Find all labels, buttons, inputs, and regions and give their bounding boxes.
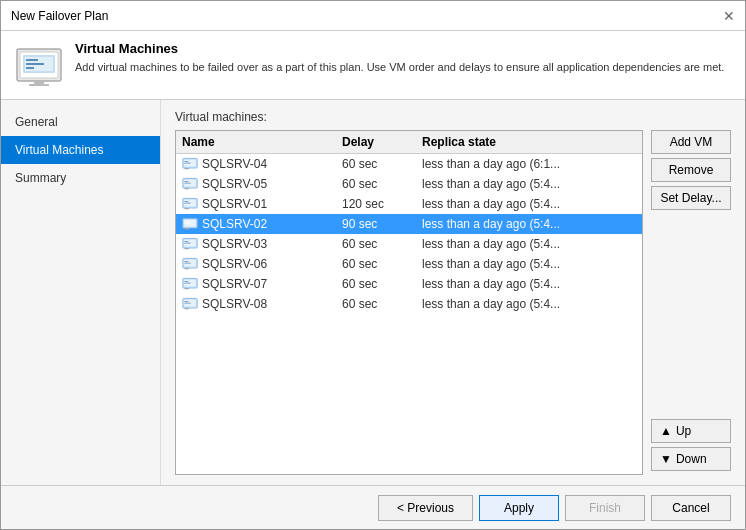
header-content: Virtual Machines Add virtual machines to…: [75, 41, 724, 75]
set-delay-button[interactable]: Set Delay...: [651, 186, 731, 210]
cell-name: SQLSRV-07: [182, 277, 342, 291]
svg-rect-5: [26, 63, 44, 65]
cell-delay: 90 sec: [342, 217, 422, 231]
cell-replica: less than a day ago (5:4...: [422, 257, 636, 271]
table-row[interactable]: SQLSRV-06 60 sec less than a day ago (5:…: [176, 254, 642, 274]
sidebar-item-summary[interactable]: Summary: [1, 164, 160, 192]
add-vm-button[interactable]: Add VM: [651, 130, 731, 154]
cell-delay: 60 sec: [342, 257, 422, 271]
svg-rect-17: [184, 181, 188, 182]
table-row[interactable]: SQLSRV-02 90 sec less than a day ago (5:…: [176, 214, 642, 234]
cell-delay: 120 sec: [342, 197, 422, 211]
vm-container: Name Delay Replica state SQLSRV-04 60 se…: [175, 130, 731, 475]
main-content: Virtual machines: Name Delay Replica sta…: [161, 100, 745, 485]
remove-button[interactable]: Remove: [651, 158, 731, 182]
cell-name: SQLSRV-04: [182, 157, 342, 171]
svg-rect-43: [184, 283, 190, 284]
sidebar: General Virtual Machines Summary: [1, 100, 161, 485]
svg-rect-11: [184, 168, 189, 169]
table-row[interactable]: SQLSRV-01 120 sec less than a day ago (5…: [176, 194, 642, 214]
header-title: Virtual Machines: [75, 41, 724, 56]
svg-rect-38: [184, 263, 190, 264]
cell-replica: less than a day ago (5:4...: [422, 237, 636, 251]
cell-delay: 60 sec: [342, 157, 422, 171]
table-row[interactable]: SQLSRV-08 60 sec less than a day ago (5:…: [176, 294, 642, 314]
cell-name: SQLSRV-08: [182, 297, 342, 311]
cell-delay: 60 sec: [342, 297, 422, 311]
table-body: SQLSRV-04 60 sec less than a day ago (6:…: [176, 154, 642, 474]
svg-rect-7: [34, 81, 44, 84]
up-arrow-icon: ▲: [660, 424, 672, 438]
svg-rect-4: [26, 59, 38, 61]
cell-replica: less than a day ago (5:4...: [422, 217, 636, 231]
table-row[interactable]: SQLSRV-03 60 sec less than a day ago (5:…: [176, 234, 642, 254]
col-replica: Replica state: [422, 135, 636, 149]
dialog: New Failover Plan ✕ Virtual Machines Add…: [0, 0, 746, 530]
cell-name: SQLSRV-05: [182, 177, 342, 191]
svg-rect-42: [184, 281, 188, 282]
table-row[interactable]: SQLSRV-07 60 sec less than a day ago (5:…: [176, 274, 642, 294]
svg-rect-48: [184, 303, 190, 304]
down-button[interactable]: ▼ Down: [651, 447, 731, 471]
finish-button[interactable]: Finish: [565, 495, 645, 521]
svg-rect-22: [184, 201, 188, 202]
sidebar-item-general[interactable]: General: [1, 108, 160, 136]
btn-group-top: Add VM Remove Set Delay...: [651, 130, 731, 210]
svg-rect-41: [184, 288, 189, 289]
apply-button[interactable]: Apply: [479, 495, 559, 521]
svg-rect-23: [184, 203, 190, 204]
svg-rect-32: [184, 241, 188, 242]
up-button[interactable]: ▲ Up: [651, 419, 731, 443]
svg-rect-13: [184, 163, 190, 164]
svg-rect-33: [184, 243, 190, 244]
sidebar-item-virtual-machines[interactable]: Virtual Machines: [1, 136, 160, 164]
svg-rect-28: [184, 223, 190, 224]
col-delay: Delay: [342, 135, 422, 149]
col-name: Name: [182, 135, 342, 149]
cell-replica: less than a day ago (5:4...: [422, 197, 636, 211]
cell-name: SQLSRV-06: [182, 257, 342, 271]
table-row[interactable]: SQLSRV-04 60 sec less than a day ago (6:…: [176, 154, 642, 174]
svg-rect-37: [184, 261, 188, 262]
down-arrow-icon: ▼: [660, 452, 672, 466]
title-bar: New Failover Plan ✕: [1, 1, 745, 31]
cell-name: SQLSRV-01: [182, 197, 342, 211]
cell-replica: less than a day ago (6:1...: [422, 157, 636, 171]
section-label: Virtual machines:: [175, 110, 731, 124]
arrow-group: ▲ Up ▼ Down: [651, 419, 731, 475]
footer: < Previous Apply Finish Cancel: [1, 485, 745, 529]
right-buttons: Add VM Remove Set Delay... ▲ Up ▼ Down: [651, 130, 731, 475]
svg-rect-47: [184, 301, 188, 302]
svg-rect-6: [26, 67, 34, 69]
svg-rect-36: [184, 268, 189, 269]
cell-delay: 60 sec: [342, 237, 422, 251]
body: General Virtual Machines Summary Virtual…: [1, 100, 745, 485]
previous-button[interactable]: < Previous: [378, 495, 473, 521]
svg-rect-27: [184, 221, 188, 222]
svg-rect-21: [184, 208, 189, 209]
table-header: Name Delay Replica state: [176, 131, 642, 154]
cell-replica: less than a day ago (5:4...: [422, 177, 636, 191]
cell-name: SQLSRV-02: [182, 217, 342, 231]
header-description: Add virtual machines to be failed over a…: [75, 60, 724, 75]
svg-rect-12: [184, 161, 188, 162]
cell-delay: 60 sec: [342, 277, 422, 291]
cell-delay: 60 sec: [342, 177, 422, 191]
vm-table: Name Delay Replica state SQLSRV-04 60 se…: [175, 130, 643, 475]
svg-rect-26: [184, 228, 189, 229]
close-button[interactable]: ✕: [723, 9, 735, 23]
cell-name: SQLSRV-03: [182, 237, 342, 251]
svg-rect-31: [184, 248, 189, 249]
dialog-title: New Failover Plan: [11, 9, 108, 23]
header: Virtual Machines Add virtual machines to…: [1, 31, 745, 100]
svg-rect-8: [29, 84, 49, 86]
table-row[interactable]: SQLSRV-05 60 sec less than a day ago (5:…: [176, 174, 642, 194]
svg-rect-46: [184, 308, 189, 309]
cell-replica: less than a day ago (5:4...: [422, 297, 636, 311]
vm-icon: [15, 41, 63, 89]
cell-replica: less than a day ago (5:4...: [422, 277, 636, 291]
svg-rect-18: [184, 183, 190, 184]
svg-rect-16: [184, 188, 189, 189]
cancel-button[interactable]: Cancel: [651, 495, 731, 521]
